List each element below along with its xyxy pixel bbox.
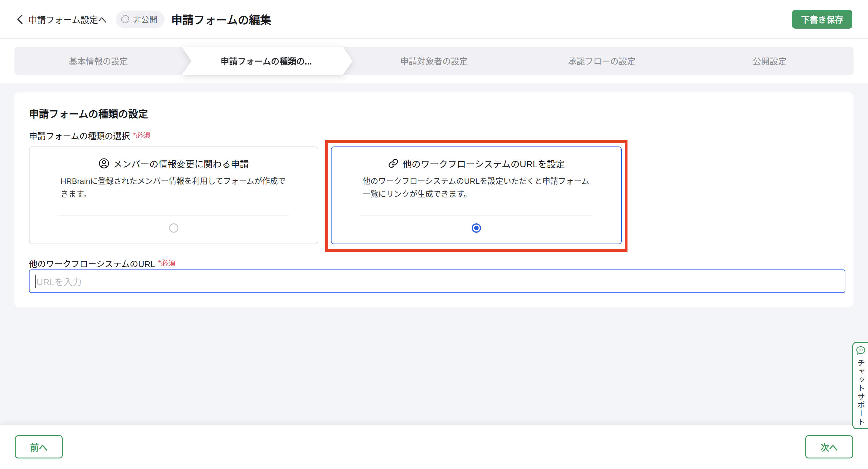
- required-badge: *必須: [133, 129, 150, 140]
- card-member-info-change[interactable]: メンバーの情報変更に関わる申請 HRBrainに登録されたメンバー情報を利用して…: [29, 147, 318, 244]
- chat-support-label: チャットサポート: [855, 359, 866, 427]
- radio-member-info-change[interactable]: [169, 223, 179, 233]
- wizard-stepbar: 基本情報の設定 申請フォームの種類の... 申請対象者の設定 承認フローの設定 …: [14, 47, 854, 75]
- radio-external-workflow-url[interactable]: [472, 223, 481, 233]
- step-basic-info[interactable]: 基本情報の設定: [14, 47, 182, 75]
- form-type-field-label: 申請フォームの種類の選択 *必須: [29, 130, 150, 142]
- required-badge: *必須: [158, 257, 176, 268]
- save-draft-button[interactable]: 下書き保存: [792, 10, 852, 29]
- step-band: 基本情報の設定 申請フォームの種類の... 申請対象者の設定 承認フローの設定 …: [0, 39, 868, 83]
- text-caret: [35, 275, 36, 288]
- section-title: 申請フォームの種類の設定: [29, 106, 148, 121]
- step-approval-flow[interactable]: 承認フローの設定: [518, 47, 686, 75]
- card-title: メンバーの情報変更に関わる申請: [113, 157, 249, 170]
- next-button[interactable]: 次へ: [805, 435, 853, 459]
- unpublished-dashed-circle-icon: [121, 15, 129, 23]
- user-circle-icon: [98, 158, 110, 169]
- chat-support-tab[interactable]: チャットサポート: [852, 342, 868, 429]
- main-panel: 申請フォームの種類の設定 申請フォームの種類の選択 *必須 メンバーの情報変更に…: [14, 92, 854, 307]
- form-type-cards: メンバーの情報変更に関わる申請 HRBrainに登録されたメンバー情報を利用して…: [29, 147, 839, 244]
- back-link-label: 申請フォーム設定へ: [28, 13, 107, 26]
- step-publish-settings[interactable]: 公開設定: [686, 47, 854, 75]
- chat-bubble-icon: [856, 346, 866, 356]
- footer: 前へ 次へ: [0, 425, 868, 469]
- link-icon: [388, 158, 399, 169]
- workflow-url-input[interactable]: URLを入力: [29, 270, 845, 293]
- step-applicants[interactable]: 申請対象者の設定: [350, 47, 518, 75]
- card-description: HRBrainに登録されたメンバー情報を利用してフォームが作成できます。: [61, 175, 287, 201]
- status-badge: 非公開: [116, 10, 164, 28]
- card-external-workflow-url[interactable]: 他のワークフローシステムのURLを設定 他のワークフローシステムのURLを設定い…: [331, 147, 622, 244]
- prev-button[interactable]: 前へ: [15, 435, 63, 459]
- chevron-left-icon: [16, 13, 24, 25]
- url-field-label: 他のワークフローシステムのURL *必須: [29, 257, 176, 270]
- status-badge-label: 非公開: [133, 13, 157, 25]
- back-link[interactable]: 申請フォーム設定へ: [16, 13, 107, 26]
- header: 申請フォーム設定へ 非公開 申請フォームの編集 下書き保存: [0, 0, 868, 39]
- card-title: 他のワークフローシステムのURLを設定: [403, 157, 565, 170]
- url-input-placeholder: URLを入力: [36, 275, 82, 288]
- divider: [58, 216, 289, 216]
- page-title: 申請フォームの編集: [171, 11, 271, 27]
- divider: [360, 216, 592, 216]
- card-description: 他のワークフローシステムのURLを設定いただくと申請フォーム一覧にリンクが生成で…: [363, 175, 590, 201]
- step-form-type[interactable]: 申請フォームの種類の...: [182, 47, 350, 75]
